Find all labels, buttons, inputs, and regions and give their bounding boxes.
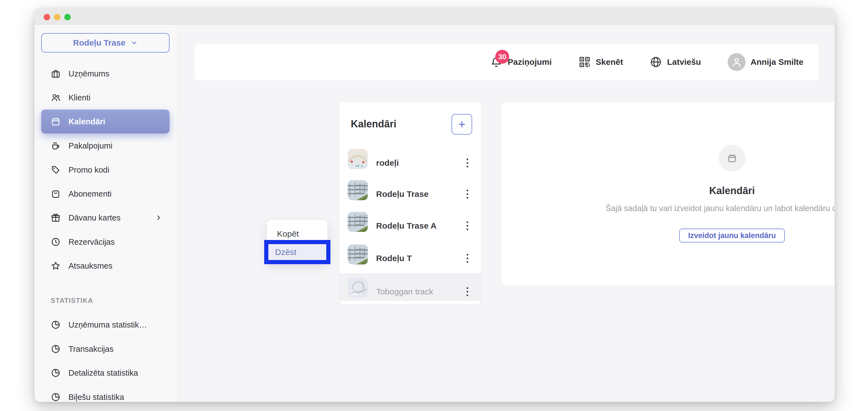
sidebar-item-label: Pakalpojumi [68, 141, 113, 150]
scan-button[interactable]: Skenēt [579, 56, 623, 68]
calendar-empty-icon-circle [719, 145, 745, 172]
calendars-panel: Kalendāri + rodeļi Rodeļu Trase [339, 102, 481, 305]
calendar-thumbnail-rodelu-trase [348, 180, 368, 200]
calendar-list-item[interactable]: Toboggan track [339, 278, 481, 306]
sidebar-item-label: Biļešu statistika [68, 392, 124, 402]
calendar-options-button[interactable] [464, 187, 470, 201]
sidebar-item-label: Promo kodi [68, 166, 110, 175]
sidebar-item-detalizeta-statistika[interactable]: Detalizēta statistika [41, 361, 169, 385]
sidebar-item-davanu-kartes[interactable]: Dāvanu kartes [41, 206, 169, 230]
globe-icon [650, 56, 662, 68]
context-menu-delete-highlighted[interactable]: Dzēst [264, 240, 331, 264]
empty-state-title: Kalendāri [709, 185, 755, 197]
sidebar-item-label: Atsauksmes [68, 262, 113, 271]
calendar-name: Rodeļu Trase [376, 190, 428, 199]
calendars-panel-title: Kalendāri [351, 118, 396, 130]
pie-chart-icon [51, 344, 61, 354]
scan-label: Skenēt [596, 57, 623, 67]
calendar-thumbnail-toboggan [348, 278, 368, 298]
chevron-right-icon [155, 214, 162, 221]
sidebar-item-uznemums[interactable]: Uzņēmums [41, 62, 169, 85]
pie-chart-icon [51, 320, 61, 330]
calendar-thumbnail-rodeli [348, 149, 368, 169]
calendar-details-panel: Kalendāri Šajā sadaļā tu vari izveidot j… [501, 102, 835, 286]
sidebar-item-label: Abonementi [68, 190, 112, 199]
language-selector[interactable]: Latviešu [650, 56, 701, 68]
qr-code-icon [579, 56, 591, 68]
sidebar-item-bilesu-statistika[interactable]: Biļešu statistika [41, 385, 169, 402]
sidebar-item-transakcijas[interactable]: Transakcijas [41, 337, 169, 361]
bag-icon [51, 189, 61, 199]
calendar-name: Rodeļu T [376, 253, 412, 263]
calendar-thumbnail-rodelu-trase-a [348, 212, 368, 232]
sidebar-item-label: Detalizēta statistika [68, 369, 138, 378]
person-icon [731, 56, 743, 68]
window-titlebar [34, 8, 835, 25]
sidebar-item-klienti[interactable]: Klienti [41, 85, 169, 109]
user-name: Annija Smilte [750, 57, 803, 67]
sidebar-item-promo-kodi[interactable]: Promo kodi [41, 158, 169, 182]
briefcase-icon [51, 69, 61, 79]
chevron-down-icon [130, 39, 138, 46]
notifications-button[interactable]: 30 Paziņojumi [490, 56, 552, 68]
calendar-options-button[interactable] [464, 218, 470, 233]
sidebar-item-label: Kalendāri [68, 117, 105, 126]
language-label: Latviešu [667, 57, 701, 67]
calendar-name: rodeļi [376, 158, 399, 168]
sidebar-item-atsauksmes[interactable]: Atsauksmes [41, 254, 169, 278]
notifications-label: Paziņojumi [507, 57, 552, 67]
sidebar-item-label: Uzņēmums [68, 69, 110, 78]
sidebar-item-kalendari[interactable]: Kalendāri [41, 109, 169, 134]
calendar-name: Rodeļu Trase A [376, 221, 436, 231]
create-calendar-button[interactable]: Izveidot jaunu kalendāru [679, 229, 785, 242]
sidebar-section-statistika: STATISTIKA [51, 297, 93, 305]
calendar-options-button[interactable] [464, 251, 470, 266]
sidebar-item-abonementi[interactable]: Abonementi [41, 182, 169, 206]
main-area: 30 Paziņojumi Skenēt Latviešu Annija Smi… [179, 25, 835, 402]
sidebar-item-label: Dāvanu kartes [68, 213, 121, 222]
sidebar-item-label: Uzņēmuma statistik… [68, 320, 147, 330]
sidebar-item-rezervacijas[interactable]: Rezervācijas [41, 230, 169, 254]
empty-state-description: Šajā sadaļā tu vari izveidot jaunu kalen… [606, 204, 835, 213]
calendar-icon [727, 153, 737, 163]
sidebar-item-pakalpojumi[interactable]: Pakalpojumi [41, 134, 169, 158]
calendar-list-item[interactable]: rodeļi [339, 149, 481, 177]
calendar-thumbnail-rodelu-t [348, 244, 368, 265]
close-window-button[interactable] [44, 14, 50, 20]
sidebar-item-label: Rezervācijas [68, 238, 115, 247]
sidebar-item-label: Transakcijas [68, 345, 114, 354]
add-calendar-button[interactable]: + [452, 114, 472, 135]
notifications-badge: 30 [495, 50, 509, 64]
gift-icon [51, 213, 61, 223]
app-window: Rodeļu Trase Uzņēmums Klienti Kalendāri … [34, 8, 835, 402]
cup-icon [51, 141, 61, 151]
workspace-selector-label: Rodeļu Trase [73, 38, 125, 47]
calendar-icon [51, 116, 61, 127]
sidebar: Rodeļu Trase Uzņēmums Klienti Kalendāri … [34, 25, 178, 402]
minimize-window-button[interactable] [54, 14, 60, 20]
context-menu-delete-label: Dzēst [268, 247, 297, 257]
user-menu[interactable]: Annija Smilte [728, 53, 803, 71]
calendar-list-item[interactable]: Rodeļu T [339, 244, 481, 272]
users-icon [51, 93, 61, 103]
tag-icon [51, 165, 61, 175]
zoom-window-button[interactable] [64, 14, 71, 20]
calendar-name: Toboggan track [376, 287, 433, 297]
pie-chart-icon [51, 368, 61, 378]
sidebar-item-uznemuma-statistika[interactable]: Uzņēmuma statistik… [41, 313, 169, 337]
calendar-options-button[interactable] [464, 156, 470, 170]
calendar-list-item[interactable]: Rodeļu Trase [339, 180, 481, 208]
pie-chart-icon [51, 392, 61, 402]
avatar [728, 53, 745, 71]
calendar-options-button[interactable] [464, 284, 470, 299]
calendar-list-item[interactable]: Rodeļu Trase A [339, 212, 481, 240]
sidebar-item-label: Klienti [68, 93, 91, 102]
clock-icon [51, 237, 61, 247]
star-icon [51, 261, 61, 271]
top-header-bar: 30 Paziņojumi Skenēt Latviešu Annija Smi… [194, 43, 819, 81]
workspace-selector[interactable]: Rodeļu Trase [41, 33, 169, 53]
